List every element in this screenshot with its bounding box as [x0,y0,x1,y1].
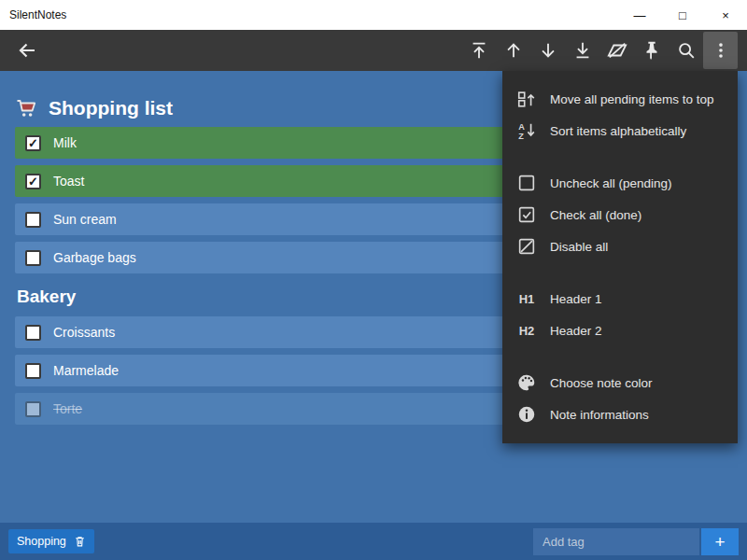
menu-item-choose-color[interactable]: Choose note color [502,367,738,399]
menu-group-headers: H1 Header 1 H2 Header 2 [502,279,738,350]
menu-item-label: Note informations [550,408,649,422]
menu-item-move-pending-top[interactable]: Move all pending items to top [502,83,738,115]
delete-tag-icon[interactable] [74,535,86,548]
dots-vertical-icon [711,40,731,61]
menu-item-disable-all[interactable]: Disable all [502,231,738,262]
keyboard-hide-icon [607,40,627,61]
checkbox-blank-icon[interactable] [25,325,41,341]
move-up-button[interactable] [496,32,530,69]
pin-button[interactable] [634,32,669,69]
move-to-top-button[interactable] [461,32,496,69]
item-label: Garbage bags [53,250,136,265]
header-2-icon: H2 [516,324,537,338]
maximize-button[interactable]: □ [661,0,704,30]
checkbox-blank-outline-icon [516,173,537,193]
pin-icon [641,40,662,61]
arrow-up-icon [503,40,524,61]
palette-icon [516,372,537,393]
svg-text:Z: Z [518,132,524,141]
checkbox-checked-icon[interactable]: ✓ [25,174,41,189]
menu-item-note-info[interactable]: Note informations [502,399,738,430]
move-to-top-icon [469,40,489,61]
toolbar [0,30,747,71]
menu-item-label: Header 2 [550,324,602,338]
shopping-cart-icon [15,97,37,119]
menu-item-header-1[interactable]: H1 Header 1 [502,283,738,315]
move-down-button[interactable] [530,32,565,69]
move-to-bottom-button[interactable] [565,32,599,69]
checkbox-checked-icon[interactable]: ✓ [25,135,41,151]
tag-label: Shopping [17,535,66,548]
sort-alphabetical-icon: AZ [516,120,537,141]
checkbox-disabled-icon [516,236,537,257]
add-tag-button[interactable]: + [701,528,739,555]
item-label: Sun cream [53,212,117,227]
tag-bar: Shopping + [0,523,747,560]
menu-item-label: Choose note color [550,376,653,390]
move-pending-top-icon [516,89,537,109]
close-button[interactable]: × [704,0,747,30]
svg-text:A: A [518,122,525,132]
move-to-bottom-icon [572,40,593,61]
info-icon [516,404,537,425]
menu-item-check-all[interactable]: Check all (done) [502,199,738,231]
menu-group-sorting: Move all pending items to top AZ Sort it… [502,79,738,150]
window-title: SilentNotes [9,8,66,21]
search-button[interactable] [669,32,703,69]
menu-item-uncheck-all[interactable]: Uncheck all (pending) [502,167,738,199]
note-title-text: Shopping list [49,97,173,119]
checkbox-blank-icon[interactable] [25,250,41,266]
menu-item-label: Uncheck all (pending) [550,176,672,190]
toolbar-actions [461,32,738,69]
tag-chip[interactable]: Shopping [8,529,94,553]
item-label: Torte [53,401,82,416]
menu-item-sort-alphabetical[interactable]: AZ Sort items alphabetically [502,115,738,147]
keyboard-hide-button[interactable] [599,32,634,69]
arrow-down-icon [538,40,558,61]
header-1-icon: H1 [516,292,537,306]
item-label: Milk [53,135,77,150]
title-bar: SilentNotes — □ × [0,0,747,30]
menu-item-label: Move all pending items to top [550,92,714,106]
menu-item-label: Header 1 [550,292,602,306]
overflow-menu-button[interactable] [703,32,738,69]
window-controls: — □ × [618,0,747,30]
back-arrow-icon [16,39,38,62]
checkbox-marked-outline-icon [516,204,537,225]
checkbox-blank-icon[interactable] [25,363,41,379]
app-window: SilentNotes — □ × [0,0,747,560]
add-tag-input[interactable] [533,528,699,555]
checkbox-blank-icon[interactable] [25,401,41,417]
checkbox-blank-icon[interactable] [25,212,41,228]
item-label: Toast [53,174,84,189]
menu-item-label: Sort items alphabetically [550,124,686,138]
menu-item-label: Disable all [550,240,608,254]
menu-group-note: Choose note color Note informations [502,363,738,434]
item-label: Marmelade [53,363,119,378]
overflow-menu: Move all pending items to top AZ Sort it… [502,71,738,443]
menu-item-label: Check all (done) [550,208,641,222]
back-button[interactable] [9,32,44,69]
search-icon [676,40,697,61]
menu-group-check-state: Uncheck all (pending) Check all (done) D… [502,163,738,266]
menu-item-header-2[interactable]: H2 Header 2 [502,315,738,346]
item-label: Croissants [53,325,115,340]
minimize-button[interactable]: — [618,0,661,30]
